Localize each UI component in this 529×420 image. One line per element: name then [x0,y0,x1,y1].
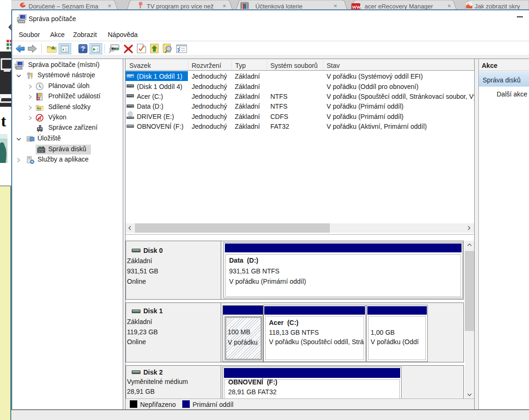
svg-text:?: ? [81,45,85,52]
svg-text:TV program pro více než: TV program pro více než [147,3,214,10]
svg-text:Jak zobrazit skry: Jak zobrazit skry [475,3,520,10]
svg-text:Účtenková loterie: Účtenková loterie [255,3,302,10]
svg-text:×: × [447,2,451,9]
svg-text:×: × [334,2,337,9]
svg-text:Doručené – Seznam Ema: Doručené – Seznam Ema [29,3,99,10]
svg-text:acer eRecovery Manager: acer eRecovery Manager [365,3,433,10]
svg-text:×: × [223,2,226,9]
svg-text:×: × [108,2,112,9]
